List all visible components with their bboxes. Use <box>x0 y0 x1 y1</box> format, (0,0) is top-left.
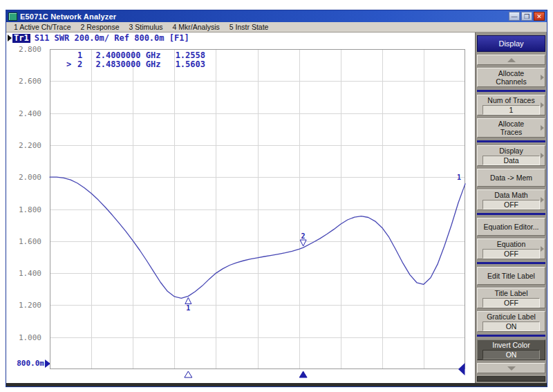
menu-stimulus[interactable]: 3 Stimulus <box>124 23 168 31</box>
trace-format-readout: S11 SWR 200.0m/ Ref 800.0m [F1] <box>35 33 189 43</box>
maximize-button[interactable]: ❒ <box>521 12 532 21</box>
softkey-label: Data Math <box>494 191 527 199</box>
trace-selector[interactable]: Tr1 <box>12 34 30 43</box>
softkey-label: Display <box>499 147 523 155</box>
softkey-label: Graticule Label <box>487 312 536 321</box>
y-tick-label: 2.000 <box>19 173 41 182</box>
softkey-num-of-traces[interactable]: Num of Traces 1 <box>477 95 545 115</box>
softkey-graticule-label[interactable]: Graticule Label ON <box>477 311 545 332</box>
softkey-value: Data <box>482 156 540 165</box>
submenu-arrow-icon <box>541 153 544 158</box>
y-tick-label: 1.600 <box>19 237 41 246</box>
softkey-value: OFF <box>482 298 540 308</box>
y-tick-label: 1.400 <box>19 269 41 278</box>
window-title: E5071C Network Analyzer <box>20 12 509 21</box>
marker-readout-row-2: > 2 2.4830000 GHz 1.5603 <box>66 60 205 69</box>
marker-number: 2 <box>77 60 82 69</box>
marker-frequency: 2.4830000 GHz <box>95 60 160 69</box>
softkey-value: ON <box>482 350 540 360</box>
submenu-arrow-icon <box>541 125 544 131</box>
window-bottom-frame <box>6 383 547 387</box>
instrument-screen: Tr1 S11 SWR 200.0m/ Ref 800.0m [F1] 2.80… <box>6 32 475 374</box>
menu-mkr-analysis[interactable]: 4 Mkr/Analysis <box>168 23 225 31</box>
y-tick-label: 2.400 <box>19 109 41 118</box>
softkey-edit-title-label[interactable]: Edit Title Label <box>477 267 545 285</box>
menu-response[interactable]: 2 Response <box>75 23 124 31</box>
reference-level-row: 800.0m <box>6 359 50 368</box>
softkey-data-to-mem[interactable]: Data -> Mem <box>477 169 545 187</box>
softkey-label: Data -> Mem <box>490 174 532 182</box>
softkey-separator <box>477 90 545 92</box>
sidebar-empty-area <box>477 376 545 382</box>
y-tick-label: 2.200 <box>19 141 41 150</box>
analyzer-window: E5071C Network Analyzer — ❒ ✕ 1 Active C… <box>6 10 547 387</box>
y-axis-labels: 2.8002.6002.4002.2002.0001.8001.6001.400… <box>6 49 44 369</box>
graticule-area[interactable]: 121 <box>50 49 465 380</box>
softkey-label: Invert Color <box>492 341 529 349</box>
active-trace-arrow-icon <box>8 35 12 41</box>
marker-value: 1.5603 <box>176 60 205 69</box>
softkey-allocate-traces[interactable]: Allocate Traces <box>477 118 545 138</box>
softkey-separator <box>477 213 545 215</box>
softkey-invert-color[interactable]: Invert Color ON <box>477 339 545 360</box>
marker-readout: 1 2.4000000 GHz 1.2558 > 2 2.4830000 GHz… <box>66 51 205 69</box>
chevron-up-icon <box>507 58 516 62</box>
softkey-separator <box>477 335 545 337</box>
softkey-equation-editor[interactable]: Equation Editor... <box>477 218 545 236</box>
softkey-title-label[interactable]: Title Label OFF <box>477 288 545 308</box>
app-icon <box>8 12 17 21</box>
y-tick-label: 1.000 <box>19 333 41 342</box>
softkey-label: Equation Editor... <box>484 223 539 231</box>
softkey-label: Title Label <box>494 289 527 297</box>
softkey-value: ON <box>482 321 540 331</box>
softkey-equation[interactable]: Equation OFF <box>477 239 545 259</box>
softkey-label: Num of Traces <box>487 96 534 104</box>
marker-active-indicator: > <box>66 60 72 69</box>
y-tick-label: 1.200 <box>19 301 41 310</box>
close-button[interactable]: ✕ <box>534 12 545 21</box>
softkey-label: Allocate <box>498 120 524 128</box>
trace-status-bar: Tr1 S11 SWR 200.0m/ Ref 800.0m [F1] <box>8 33 189 43</box>
menu-active-ch-trace[interactable]: 1 Active Ch/Trace <box>9 23 75 31</box>
softkey-label: Allocate <box>498 69 524 77</box>
softkey-label: Equation <box>497 240 525 248</box>
y-tick-label: 2.600 <box>19 77 41 86</box>
menu-bar: 1 Active Ch/Trace 2 Response 3 Stimulus … <box>6 22 547 32</box>
softkey-label: Edit Title Label <box>487 272 535 280</box>
graticule-svg: 121 <box>50 49 465 380</box>
svg-text:2: 2 <box>301 232 306 240</box>
softkey-separator <box>477 262 545 264</box>
softkey-allocate-channels[interactable]: Allocate Channels <box>477 68 545 87</box>
submenu-arrow-icon <box>541 246 544 252</box>
softkey-scroll-up-button[interactable] <box>477 55 545 65</box>
softkey-value: OFF <box>482 249 540 259</box>
page: { "window": { "title": "E5071C Network A… <box>0 0 553 392</box>
svg-text:1: 1 <box>457 174 461 181</box>
reference-level-label: 800.0m <box>17 359 44 368</box>
softkey-menu-header: Display <box>477 35 545 52</box>
y-tick-label: 1.800 <box>19 205 41 214</box>
softkey-label: Traces <box>500 128 523 136</box>
svg-text:1: 1 <box>186 304 190 312</box>
softkey-label: Channels <box>496 77 526 86</box>
softkey-sidebar: Display Allocate Channels Num of Traces … <box>475 32 547 383</box>
menu-instr-state[interactable]: 5 Instr State <box>225 23 274 31</box>
title-bar: E5071C Network Analyzer — ❒ ✕ <box>6 10 547 22</box>
minimize-button[interactable]: — <box>509 12 520 21</box>
softkey-scroll-down-button[interactable] <box>477 363 545 373</box>
y-tick-label: 2.800 <box>19 45 41 54</box>
submenu-arrow-icon <box>541 75 544 80</box>
softkey-separator <box>477 140 545 142</box>
softkey-display[interactable]: Display Data <box>477 145 545 166</box>
chevron-down-icon <box>507 366 516 371</box>
softkey-data-math[interactable]: Data Math OFF <box>477 189 545 210</box>
submenu-arrow-icon <box>541 197 544 203</box>
submenu-arrow-icon <box>541 102 544 108</box>
softkey-value: 1 <box>482 105 540 115</box>
softkey-value: OFF <box>482 200 540 209</box>
